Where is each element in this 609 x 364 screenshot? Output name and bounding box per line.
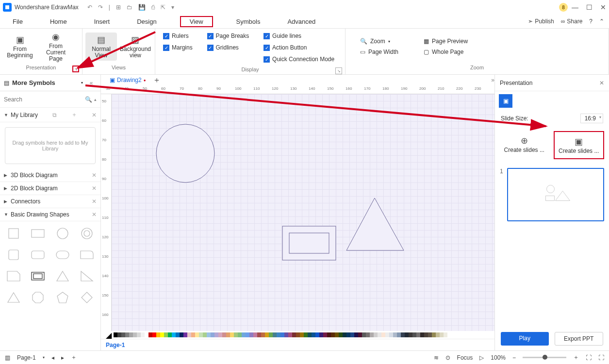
from-beginning-button[interactable]: ▣ From Beginning bbox=[3, 33, 37, 61]
fullscreen-icon[interactable]: ⛶ bbox=[598, 354, 604, 361]
color-swatch[interactable] bbox=[432, 332, 436, 337]
color-swatch[interactable] bbox=[211, 332, 214, 337]
page-preview-button[interactable]: ▦Page Preview bbox=[424, 38, 468, 45]
color-swatch[interactable] bbox=[207, 332, 211, 337]
focus-icon[interactable]: ⊙ bbox=[445, 354, 450, 361]
presentation-mode-icon[interactable]: ▣ bbox=[499, 94, 512, 108]
close-icon[interactable]: ✕ bbox=[600, 3, 606, 11]
page-breaks-checkbox[interactable]: ✓Page Breaks bbox=[207, 33, 252, 39]
color-swatch[interactable] bbox=[331, 332, 335, 337]
color-swatch[interactable] bbox=[253, 332, 257, 337]
color-swatch[interactable] bbox=[269, 332, 273, 337]
save-icon[interactable]: 💾 bbox=[138, 4, 146, 11]
color-swatch[interactable] bbox=[397, 332, 401, 337]
color-swatch[interactable] bbox=[312, 332, 315, 337]
color-swatch[interactable] bbox=[381, 332, 385, 337]
status-prev-page-icon[interactable]: ◂ bbox=[51, 354, 54, 361]
color-swatch[interactable] bbox=[137, 332, 141, 337]
shape-right-triangle[interactable] bbox=[77, 268, 97, 284]
color-swatch[interactable] bbox=[218, 332, 222, 337]
color-swatch[interactable] bbox=[296, 332, 300, 337]
color-swatch[interactable] bbox=[409, 332, 412, 337]
color-swatch[interactable] bbox=[319, 332, 323, 337]
display-dialog-launcher[interactable]: ↘ bbox=[335, 67, 342, 74]
page-width-button[interactable]: ▭Page Width bbox=[360, 49, 398, 55]
slide-size-select[interactable]: 16:9 bbox=[580, 114, 603, 123]
status-next-page-icon[interactable]: ▸ bbox=[61, 354, 64, 361]
close-presentation-panel-icon[interactable]: ✕ bbox=[599, 80, 604, 86]
color-swatch[interactable] bbox=[257, 332, 261, 337]
shape-square[interactable] bbox=[4, 225, 23, 242]
color-swatch[interactable] bbox=[444, 332, 447, 337]
collapse-symbols-icon[interactable]: « bbox=[86, 80, 97, 86]
menu-file[interactable]: File bbox=[9, 16, 27, 27]
color-swatch[interactable] bbox=[389, 332, 393, 337]
add-document-tab[interactable]: ＋ bbox=[153, 75, 161, 85]
zoom-in-icon[interactable]: ＋ bbox=[573, 353, 579, 362]
drawing-canvas[interactable] bbox=[112, 94, 494, 331]
collapse-ribbon-icon[interactable]: ⌃ bbox=[599, 18, 604, 25]
status-focus-label[interactable]: Focus bbox=[457, 354, 473, 361]
my-library-section[interactable]: ▼My Library ⧉ ＋ ✕ bbox=[0, 108, 100, 122]
from-current-page-button[interactable]: ◉ From Current Page bbox=[39, 30, 73, 64]
color-swatch[interactable] bbox=[370, 332, 374, 337]
shape-rounded-square[interactable] bbox=[4, 247, 23, 263]
color-swatch[interactable] bbox=[141, 332, 145, 337]
color-swatch[interactable] bbox=[168, 332, 172, 337]
color-swatch[interactable] bbox=[152, 332, 156, 337]
color-swatch[interactable] bbox=[280, 332, 284, 337]
share-button[interactable]: ∞Share bbox=[561, 18, 583, 25]
color-swatch[interactable] bbox=[230, 332, 234, 337]
color-picker-icon[interactable]: ◢ bbox=[106, 331, 112, 340]
color-swatch[interactable] bbox=[346, 332, 350, 337]
expand-panels-icon[interactable]: » bbox=[491, 77, 494, 83]
color-swatch[interactable] bbox=[277, 332, 280, 337]
guide-lines-checkbox[interactable]: ✓Guide lines bbox=[263, 33, 337, 39]
color-swatch[interactable] bbox=[249, 332, 253, 337]
menu-design[interactable]: Design bbox=[133, 16, 160, 27]
status-add-page-icon[interactable]: ＋ bbox=[71, 353, 77, 362]
color-swatch[interactable] bbox=[393, 332, 397, 337]
color-swatch[interactable] bbox=[261, 332, 265, 337]
menu-view[interactable]: View bbox=[180, 16, 213, 27]
menu-home[interactable]: Home bbox=[46, 16, 71, 27]
create-slides-manual-button[interactable]: ⊕ Create slides ... bbox=[500, 131, 549, 159]
color-swatch[interactable] bbox=[164, 332, 168, 337]
margins-checkbox[interactable]: ✓Margins bbox=[163, 44, 196, 51]
lib-close-icon[interactable]: ✕ bbox=[92, 112, 97, 118]
color-swatch[interactable] bbox=[366, 332, 370, 337]
color-swatch[interactable] bbox=[350, 332, 354, 337]
help-icon[interactable]: ? bbox=[589, 18, 593, 25]
color-swatch[interactable] bbox=[133, 332, 137, 337]
color-swatch[interactable] bbox=[292, 332, 296, 337]
zoom-button[interactable]: 🔍Zoom▾ bbox=[360, 38, 398, 45]
color-swatch[interactable] bbox=[246, 332, 249, 337]
color-swatch[interactable] bbox=[308, 332, 312, 337]
undo-icon[interactable]: ↶ bbox=[87, 4, 92, 11]
color-swatch[interactable] bbox=[327, 332, 331, 337]
shape-rounded-rect2[interactable] bbox=[53, 247, 72, 263]
color-swatch[interactable] bbox=[160, 332, 164, 337]
color-swatch[interactable] bbox=[335, 332, 339, 337]
lib-add-icon[interactable]: ＋ bbox=[71, 111, 77, 119]
layers-icon[interactable]: ≋ bbox=[434, 354, 439, 361]
color-swatch[interactable] bbox=[354, 332, 358, 337]
slide-thumbnail[interactable] bbox=[507, 168, 604, 221]
shape-single-round[interactable] bbox=[77, 247, 97, 263]
publish-button[interactable]: ➣Publish bbox=[528, 18, 554, 25]
color-swatch[interactable] bbox=[424, 332, 428, 337]
color-swatch[interactable] bbox=[180, 332, 183, 337]
shape-rectangle[interactable] bbox=[28, 225, 48, 242]
color-swatch[interactable] bbox=[203, 332, 207, 337]
shape-ring[interactable] bbox=[77, 225, 97, 242]
color-swatch[interactable] bbox=[125, 332, 129, 337]
create-slides-auto-button[interactable]: ▣ Create slides ... bbox=[554, 131, 605, 159]
color-swatch[interactable] bbox=[385, 332, 389, 337]
qat-dropdown-icon[interactable]: ▾ bbox=[171, 4, 174, 11]
color-swatch[interactable] bbox=[339, 332, 343, 337]
color-swatch[interactable] bbox=[362, 332, 366, 337]
color-swatch[interactable] bbox=[300, 332, 304, 337]
color-swatch[interactable] bbox=[304, 332, 308, 337]
shape-iso-triangle[interactable] bbox=[4, 289, 23, 306]
document-tab[interactable]: ▣Drawing2● bbox=[110, 77, 146, 83]
